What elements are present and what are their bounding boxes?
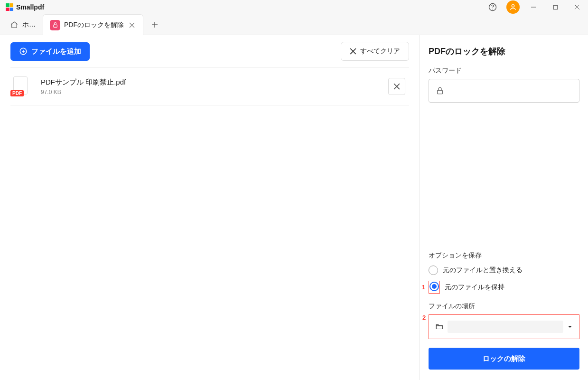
account-button[interactable]	[506, 0, 520, 14]
clear-all-button[interactable]: すべてクリア	[341, 42, 409, 61]
close-icon	[574, 4, 580, 10]
file-list: PDF PDFサンプル 印刷禁止.pdf 97.0 KB	[0, 67, 420, 105]
tab-home-label: ホ…	[22, 20, 36, 29]
new-tab-button[interactable]	[145, 14, 164, 35]
main-toolbar: ファイルを追加 すべてクリア	[0, 35, 420, 67]
unlock-button-label: ロックの解除	[483, 354, 525, 362]
unlock-button[interactable]: ロックの解除	[429, 348, 579, 370]
lock-icon	[436, 86, 444, 95]
save-options-label: オプションを保存	[429, 251, 579, 260]
titlebar: Smallpdf	[0, 0, 588, 14]
add-files-label: ファイルを追加	[31, 47, 81, 56]
home-icon	[10, 20, 19, 29]
close-icon	[129, 22, 135, 28]
file-type-badge: PDF	[10, 90, 24, 96]
help-icon	[488, 2, 497, 12]
chevron-down-icon	[567, 324, 573, 330]
file-location-picker[interactable]	[430, 316, 578, 337]
side-panel: PDFのロックを解除 パスワード オプションを保存 元のファイルと置き換える 1…	[420, 35, 588, 380]
plus-icon	[151, 21, 158, 28]
file-name: PDFサンプル 印刷禁止.pdf	[41, 78, 388, 87]
password-input[interactable]	[449, 79, 572, 102]
svg-point-1	[492, 9, 493, 10]
annotation-marker-2: 2	[422, 314, 426, 321]
app-logo: Smallpdf	[6, 3, 44, 11]
clear-all-label: すべてクリア	[360, 47, 400, 56]
main-column: ファイルを追加 すべてクリア PDF PDFサンプル 印刷禁止.pdf 97.0…	[0, 35, 420, 380]
radio-replace-row[interactable]: 元のファイルと置き換える	[429, 266, 579, 275]
location-label: ファイルの場所	[429, 302, 579, 311]
logo-mark-icon	[6, 3, 13, 11]
radio-keep[interactable]	[429, 282, 439, 291]
file-size: 97.0 KB	[41, 89, 388, 95]
annotation-highlight-1	[429, 281, 440, 294]
plus-circle-icon	[19, 47, 28, 56]
user-icon	[509, 3, 517, 11]
file-thumb-icon: PDF	[10, 76, 30, 96]
svg-point-2	[512, 5, 514, 7]
radio-replace[interactable]	[429, 266, 438, 275]
file-location-path	[448, 321, 563, 333]
tab-unlock-label: PDFのロックを解除	[64, 21, 124, 29]
tab-home[interactable]: ホ…	[5, 14, 41, 35]
folder-icon	[435, 323, 444, 331]
minimize-icon	[531, 4, 536, 10]
password-label: パスワード	[429, 66, 579, 75]
help-button[interactable]	[482, 0, 504, 14]
remove-file-button[interactable]	[388, 78, 405, 95]
app-name: Smallpdf	[16, 3, 44, 11]
file-row[interactable]: PDF PDFサンプル 印刷禁止.pdf 97.0 KB	[10, 67, 409, 105]
radio-keep-label: 元のファイルを保持	[445, 283, 504, 292]
add-files-button[interactable]: ファイルを追加	[10, 42, 90, 61]
panel-title: PDFのロックを解除	[429, 46, 579, 57]
close-icon	[393, 83, 400, 90]
password-field-wrap[interactable]	[429, 79, 579, 103]
annotation-highlight-2: 2	[429, 314, 579, 339]
annotation-marker-1: 1	[422, 284, 425, 291]
window-minimize-button[interactable]	[523, 0, 544, 14]
svg-rect-19	[438, 90, 443, 94]
unlock-tab-icon	[50, 20, 60, 30]
tab-close-button[interactable]	[128, 22, 136, 28]
window-maximize-button[interactable]	[544, 0, 566, 14]
svg-rect-7	[53, 25, 57, 27]
radio-replace-label: 元のファイルと置き換える	[443, 266, 523, 275]
maximize-icon	[553, 5, 558, 10]
window-close-button[interactable]	[566, 0, 588, 14]
radio-keep-row[interactable]: 1 元のファイルを保持	[429, 281, 579, 294]
svg-rect-4	[553, 5, 557, 9]
tab-unlock-pdf[interactable]: PDFのロックを解除	[43, 14, 143, 35]
tabs-row: ホ… PDFのロックを解除	[0, 14, 588, 35]
close-icon	[350, 48, 356, 55]
